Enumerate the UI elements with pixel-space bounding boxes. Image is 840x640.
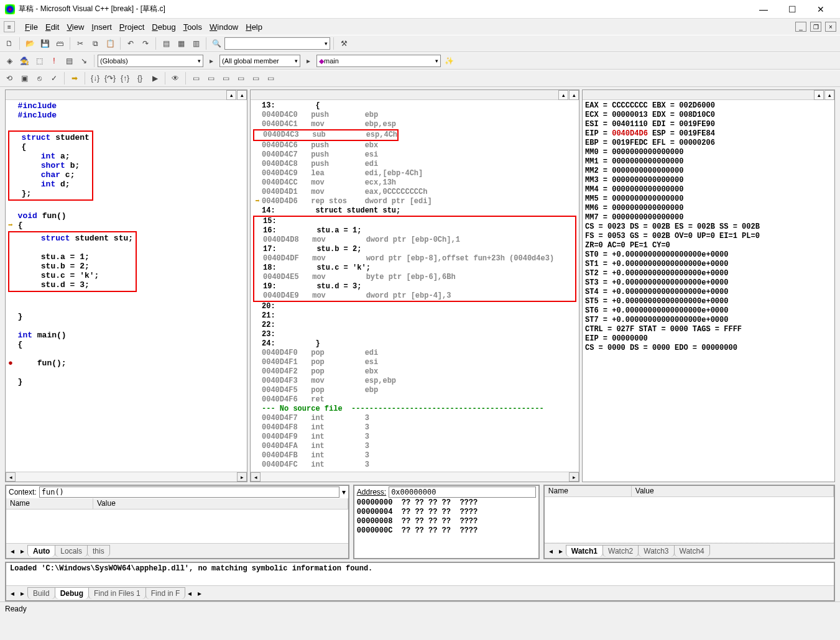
disassembly-view[interactable]: 13: { 0040D4C0 push ebp 0040D4C1 mov ebp… xyxy=(251,100,579,472)
variables-grid[interactable] xyxy=(6,510,348,543)
watch-icon[interactable]: ▭ xyxy=(189,71,203,85)
tab-scroll-left-icon[interactable]: ◂ xyxy=(185,589,195,598)
scroll-right-icon[interactable]: ▸ xyxy=(569,472,579,482)
tab-debug[interactable]: Debug xyxy=(55,587,89,599)
minimize-button[interactable]: — xyxy=(749,0,778,19)
tab-auto[interactable]: Auto xyxy=(27,545,55,557)
split-h-icon[interactable]: ▴ xyxy=(558,90,568,100)
menu-debug[interactable]: Debug xyxy=(148,21,179,33)
maximize-button[interactable]: ☐ xyxy=(778,0,806,19)
step-out-icon[interactable]: {↑} xyxy=(118,71,132,85)
context-input[interactable] xyxy=(39,487,339,498)
tab-scroll-right-icon[interactable]: ▸ xyxy=(195,589,205,598)
wizard-icon[interactable]: 🧙 xyxy=(17,54,31,68)
break-icon[interactable]: ⎋ xyxy=(32,71,46,85)
output-icon[interactable]: ▦ xyxy=(174,37,188,50)
globals-combo[interactable]: (Globals) xyxy=(98,55,203,67)
redo-icon[interactable]: ↷ xyxy=(139,37,152,50)
find-combo[interactable] xyxy=(224,37,330,50)
menu-tools[interactable]: Tools xyxy=(180,21,206,33)
new-file-icon[interactable]: 🗋 xyxy=(2,37,16,50)
registers-view[interactable]: EAX = CCCCCCCC EBX = 002D6000ECX = 00000… xyxy=(583,100,834,482)
disasm-icon[interactable]: ▭ xyxy=(264,71,277,85)
tab-find-in-files-1[interactable]: Find in Files 1 xyxy=(88,587,146,599)
tab-scroll-right-icon[interactable]: ▸ xyxy=(556,547,566,555)
scroll-up-icon[interactable]: ▴ xyxy=(824,90,834,100)
memory-icon[interactable]: ▭ xyxy=(234,71,247,85)
show-next-icon[interactable]: ➡ xyxy=(68,71,81,85)
tab-watch3[interactable]: Watch3 xyxy=(638,545,674,557)
address-input[interactable] xyxy=(389,487,536,498)
tab-watch4[interactable]: Watch4 xyxy=(674,545,710,557)
document-icon[interactable]: ≡ xyxy=(4,21,15,32)
undo-icon[interactable]: ↶ xyxy=(124,37,137,50)
menu-view[interactable]: View xyxy=(63,21,88,33)
split-h-icon[interactable]: ▴ xyxy=(814,90,824,100)
tree-icon[interactable]: ⬚ xyxy=(32,54,46,68)
scroll-up-icon[interactable]: ▴ xyxy=(569,90,579,100)
variables-icon[interactable]: ▭ xyxy=(204,71,218,85)
window-list-icon[interactable]: ▥ xyxy=(189,37,203,50)
find-icon[interactable]: 🔍 xyxy=(210,37,223,50)
scroll-left-icon[interactable]: ◂ xyxy=(251,472,261,482)
menu-insert[interactable]: Insert xyxy=(88,21,116,33)
mdi-minimize-button[interactable]: _ xyxy=(795,22,806,32)
col-name[interactable]: Name xyxy=(6,498,93,509)
tab-this[interactable]: this xyxy=(87,545,110,557)
run-to-cursor-icon[interactable]: {} xyxy=(133,71,147,85)
wand-icon[interactable]: ✨ xyxy=(442,54,456,68)
source-editor[interactable]: #include #include struct student { int a… xyxy=(6,100,247,472)
cut-icon[interactable]: ✂ xyxy=(73,37,87,50)
compile-icon[interactable]: ⚒ xyxy=(337,37,351,50)
memory-view[interactable]: 00000000 ?? ?? ?? ?? ????00000004 ?? ?? … xyxy=(354,498,538,558)
menu-window[interactable]: Window xyxy=(206,21,242,33)
workspace-icon[interactable]: ▤ xyxy=(159,37,173,50)
open-icon[interactable]: 📂 xyxy=(23,37,37,50)
col-value[interactable]: Value xyxy=(632,486,834,496)
tab-scroll-right-icon[interactable]: ▸ xyxy=(17,547,27,555)
mdi-restore-button[interactable]: ❐ xyxy=(810,22,821,32)
menu-help[interactable]: Help xyxy=(242,21,266,33)
step-into-icon[interactable]: {↓} xyxy=(88,71,102,85)
tab-scroll-left-icon[interactable]: ◂ xyxy=(546,547,556,555)
col-value[interactable]: Value xyxy=(93,498,348,509)
arrow-icon[interactable]: ↘ xyxy=(77,54,91,68)
tab-watch1[interactable]: Watch1 xyxy=(566,545,603,557)
menu-edit[interactable]: Edit xyxy=(42,21,63,33)
output-text[interactable]: Loaded 'C:\Windows\SysWOW64\apphelp.dll'… xyxy=(6,563,834,585)
tab-build[interactable]: Build xyxy=(27,587,55,599)
tab-find-in-f[interactable]: Find in F xyxy=(145,587,186,599)
mdi-close-button[interactable]: × xyxy=(825,22,836,32)
class-icon[interactable]: ◈ xyxy=(2,54,16,68)
paste-icon[interactable]: 📋 xyxy=(103,37,117,50)
scroll-up-icon[interactable]: ▴ xyxy=(237,90,247,100)
menu-file[interactable]: File xyxy=(21,21,42,33)
tab-scroll-left-icon[interactable]: ◂ xyxy=(7,547,17,555)
scroll-left-icon[interactable]: ◂ xyxy=(6,472,16,482)
info-icon[interactable]: ▤ xyxy=(62,54,76,68)
close-button[interactable]: ✕ xyxy=(806,0,835,19)
apply-icon[interactable]: ✓ xyxy=(47,71,61,85)
col-name[interactable]: Name xyxy=(545,486,632,496)
quickwatch-icon[interactable]: 👁 xyxy=(168,71,182,85)
save-icon[interactable]: 💾 xyxy=(38,37,52,50)
restart-icon[interactable]: ⟲ xyxy=(2,71,16,85)
scroll-right-icon[interactable]: ▸ xyxy=(237,472,247,482)
scope-combo[interactable]: ◆ main xyxy=(316,55,441,67)
split-h-icon[interactable]: ▴ xyxy=(226,90,236,100)
arrow-right-icon[interactable]: ▸ xyxy=(205,54,218,68)
stop-icon[interactable]: ▣ xyxy=(17,71,31,85)
tab-scroll-left-icon[interactable]: ◂ xyxy=(7,589,17,598)
copy-icon[interactable]: ⧉ xyxy=(88,37,102,50)
save-all-icon[interactable]: 🗃 xyxy=(53,37,67,50)
menu-project[interactable]: Project xyxy=(116,21,148,33)
registers-icon[interactable]: ▭ xyxy=(219,71,233,85)
watch-grid[interactable] xyxy=(545,497,834,543)
run-icon[interactable]: ▶ xyxy=(148,71,162,85)
callstack-icon[interactable]: ▭ xyxy=(249,71,262,85)
member-filter-combo[interactable]: (All global member xyxy=(219,55,300,67)
exclaim-icon[interactable]: ! xyxy=(47,54,61,68)
step-over-icon[interactable]: {↷} xyxy=(103,71,117,85)
tab-locals[interactable]: Locals xyxy=(55,545,88,557)
dropdown-icon[interactable]: ▾ xyxy=(342,488,346,496)
